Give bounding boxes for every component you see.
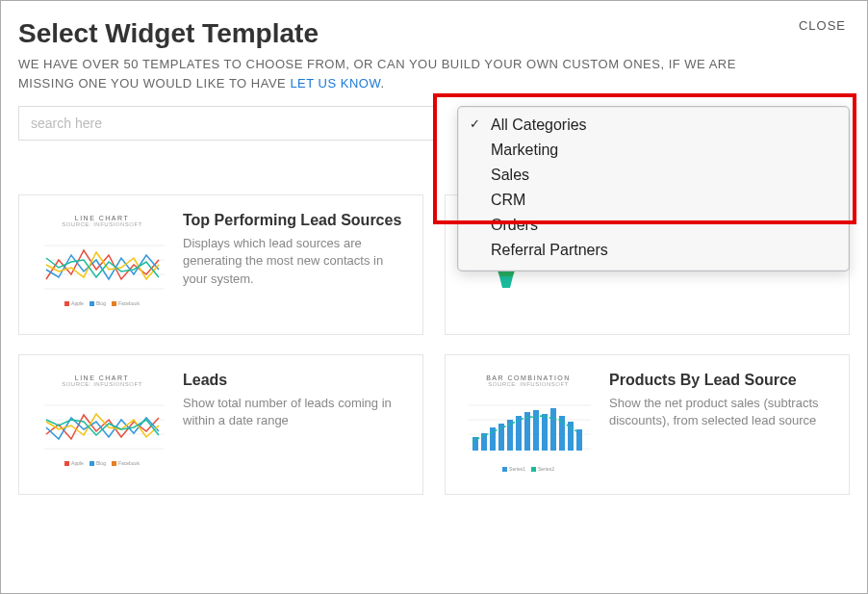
chart-source-label: SOURCE: INFUSIONSOFT — [488, 381, 569, 387]
subtitle-text-end: . — [381, 76, 385, 90]
chart-type-label: LINE CHART — [75, 215, 130, 221]
template-description: Displays which lead sources are generati… — [183, 235, 407, 288]
category-option-marketing[interactable]: Marketing — [458, 138, 849, 163]
template-card[interactable]: BAR COMBINATION SOURCE: INFUSIONSOFT — [445, 354, 850, 495]
category-option-sales[interactable]: Sales — [458, 163, 849, 188]
svg-rect-26 — [542, 414, 548, 451]
category-select[interactable]: ✓All Categories Marketing Sales CRM Orde… — [457, 106, 850, 141]
category-option-all[interactable]: ✓All Categories — [458, 113, 849, 138]
category-dropdown[interactable]: ✓All Categories Marketing Sales CRM Orde… — [457, 106, 850, 271]
category-option-referral[interactable]: Referral Partners — [458, 238, 849, 263]
category-option-crm[interactable]: CRM — [458, 188, 849, 213]
svg-marker-9 — [499, 276, 513, 288]
template-title: Products By Lead Source — [609, 371, 833, 389]
category-option-orders[interactable]: Orders — [458, 213, 849, 238]
template-title: Leads — [183, 371, 407, 389]
category-option-label: CRM — [491, 192, 525, 208]
template-description: Show total number of leads coming in wit… — [183, 395, 407, 429]
chart-type-label: LINE CHART — [75, 374, 130, 381]
svg-rect-19 — [481, 433, 487, 451]
page-subtitle: WE HAVE OVER 50 TEMPLATES TO CHOOSE FROM… — [18, 55, 750, 92]
template-thumbnail: BAR COMBINATION SOURCE: INFUSIONSOFT — [461, 371, 596, 478]
category-option-label: Marketing — [491, 142, 558, 158]
category-option-label: All Categories — [491, 116, 587, 133]
let-us-know-link[interactable]: LET US KNOW — [290, 76, 380, 90]
category-option-label: Orders — [491, 217, 538, 233]
chart-legend: AppleBlogFacebook — [64, 460, 140, 466]
bar-chart-icon — [461, 391, 596, 464]
template-description: Show the net product sales (subtracts di… — [609, 395, 833, 429]
search-input[interactable] — [18, 106, 436, 141]
template-thumbnail: LINE CHART SOURCE: INFUSIONSOFT AppleBlo… — [35, 371, 169, 478]
close-button[interactable]: CLOSE — [799, 18, 846, 33]
svg-rect-30 — [576, 429, 582, 451]
template-card[interactable]: LINE CHART SOURCE: INFUSIONSOFT AppleBlo… — [18, 194, 423, 335]
category-option-label: Referral Partners — [491, 242, 608, 258]
chart-legend: AppleBlogFacebook — [64, 300, 140, 306]
chart-type-label: BAR COMBINATION — [486, 374, 571, 381]
template-thumbnail: LINE CHART SOURCE: INFUSIONSOFT AppleBlo… — [35, 211, 169, 319]
chart-legend: Series1Series2 — [502, 466, 554, 472]
template-title: Top Performing Lead Sources — [183, 211, 407, 229]
svg-rect-21 — [498, 424, 504, 451]
chart-source-label: SOURCE: INFUSIONSOFT — [62, 381, 142, 387]
page-title: Select Widget Template — [18, 18, 850, 49]
category-option-label: Sales — [491, 167, 529, 183]
check-icon: ✓ — [470, 115, 480, 134]
line-chart-icon — [35, 391, 169, 458]
line-chart-icon — [35, 231, 169, 298]
template-card[interactable]: LINE CHART SOURCE: INFUSIONSOFT AppleBlo… — [18, 354, 423, 495]
svg-rect-27 — [550, 408, 556, 451]
chart-source-label: SOURCE: INFUSIONSOFT — [62, 221, 142, 227]
